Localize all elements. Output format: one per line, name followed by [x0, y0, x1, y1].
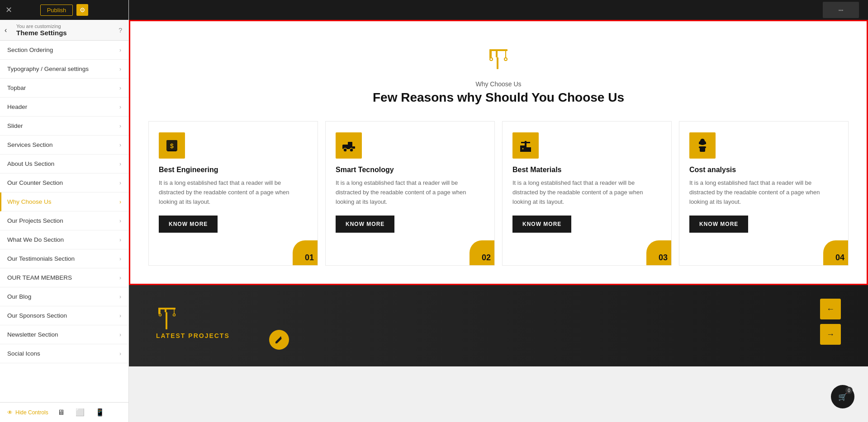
sidebar-item-our-projects-section[interactable]: Our Projects Section› [0, 211, 128, 230]
choose-us-header: Why Choose Us Few Reasons why Should You… [148, 44, 849, 105]
chevron-right-icon: › [119, 256, 121, 262]
theme-settings-title: Theme Settings [16, 29, 122, 37]
sidebar-item-our-testimonials-section[interactable]: Our Testimonials Section› [0, 249, 128, 268]
prev-arrow-button[interactable]: ← [820, 299, 841, 319]
card-number: 04 [823, 240, 848, 265]
svg-point-30 [159, 314, 161, 316]
card-body: It is a long established fact that a rea… [689, 178, 838, 206]
sidebar-item-header[interactable]: Header› [0, 98, 128, 117]
chevron-right-icon: › [119, 313, 121, 319]
footer-logo: LATEST PROJECTS [156, 303, 230, 339]
svg-rect-25 [699, 146, 706, 148]
svg-point-31 [173, 314, 175, 316]
sidebar-item-section-ordering[interactable]: Section Ordering› [0, 41, 128, 60]
sidebar-item-social-icons[interactable]: Social Icons› [0, 344, 128, 363]
card-body: It is a long established fact that a rea… [159, 178, 308, 206]
sidebar-item-label: Slider [7, 122, 23, 129]
card-title: Cost analysis [689, 166, 838, 174]
cards-row: $ Best Engineering It is a long establis… [148, 121, 849, 266]
hide-controls-button[interactable]: 👁 Hide Controls [7, 409, 48, 416]
edit-bubble[interactable] [269, 330, 289, 350]
tablet-view-button[interactable]: ⬜ [74, 406, 86, 418]
chevron-right-icon: › [119, 142, 121, 148]
sidebar-item-about-us-section[interactable]: About Us Section› [0, 155, 128, 173]
svg-rect-2 [496, 49, 498, 57]
desktop-view-button[interactable]: 🖥 [56, 407, 66, 418]
chevron-right-icon: › [119, 332, 121, 338]
svg-point-23 [700, 139, 705, 143]
card-title: Best Engineering [159, 166, 308, 174]
bottom-controls: 👁 Hide Controls 🖥 ⬜ 📱 [0, 402, 128, 422]
nav-arrows: ← → [820, 299, 841, 345]
sidebar-item-why-choose-us[interactable]: Why Choose Us› [0, 192, 128, 211]
svg-rect-19 [521, 142, 530, 143]
sidebar-item-slider[interactable]: Slider› [0, 117, 128, 136]
sidebar-item-label: Our Projects Section [7, 217, 63, 224]
sidebar-item-label: Newsletter Section [7, 331, 58, 338]
chevron-right-icon: › [119, 85, 121, 91]
close-button[interactable]: ✕ [5, 5, 12, 15]
choose-us-section: Why Choose Us Few Reasons why Should You… [129, 20, 868, 285]
help-button[interactable]: ? [119, 27, 122, 34]
sidebar-item-newsletter-section[interactable]: Newsletter Section› [0, 325, 128, 344]
feature-card-3: Best Materials It is a long established … [502, 121, 672, 266]
sidebar-item-our-sponsors-section[interactable]: Our Sponsors Section› [0, 306, 128, 325]
eye-icon: 👁 [7, 409, 13, 416]
svg-rect-15 [352, 146, 355, 149]
svg-point-14 [350, 148, 353, 152]
next-arrow-button[interactable]: → [820, 324, 841, 345]
publish-button[interactable]: Publish [40, 5, 73, 16]
svg-rect-17 [526, 147, 531, 152]
cart-icon: 🛒 [838, 393, 847, 401]
crane-icon [148, 44, 849, 76]
know-more-button[interactable]: KNOW MORE [512, 216, 571, 233]
gear-button[interactable]: ⚙ [76, 4, 88, 16]
gear-icon: ⚙ [80, 6, 85, 14]
sidebar-item-our-blog[interactable]: Our Blog› [0, 287, 128, 306]
cart-bubble[interactable]: 🛒 0 [831, 385, 854, 408]
sidebar-item-label: Services Section [7, 141, 53, 148]
sidebar-item-label: Social Icons [7, 350, 40, 357]
know-more-button[interactable]: KNOW MORE [159, 216, 218, 233]
svg-point-4 [490, 58, 493, 61]
sidebar-item-label: Our Counter Section [7, 179, 63, 186]
sidebar-item-topbar[interactable]: Topbar› [0, 79, 128, 98]
back-button[interactable]: ‹ [5, 26, 7, 34]
know-more-button[interactable]: KNOW MORE [689, 216, 748, 233]
chevron-right-icon: › [119, 275, 121, 281]
sidebar-item-our-counter-section[interactable]: Our Counter Section› [0, 173, 128, 192]
know-more-button[interactable]: KNOW MORE [336, 216, 394, 233]
sidebar: ✕ Publish ⚙ ‹ You are customizing Theme … [0, 0, 129, 422]
chevron-right-icon: › [119, 351, 121, 357]
sidebar-item-what-we-do-section[interactable]: What We Do Section› [0, 230, 128, 249]
sidebar-item-label: Why Choose Us [7, 198, 52, 205]
preview-area: Why Choose Us Few Reasons why Should You… [129, 20, 868, 422]
svg-rect-0 [497, 57, 498, 69]
sidebar-item-typography[interactable]: Typography / General settings› [0, 60, 128, 79]
card-title: Smart Tecnology [336, 166, 484, 174]
footer-section: LATEST PROJECTS ← → [129, 285, 868, 366]
customizing-label: You are customizing [16, 23, 122, 29]
chevron-right-icon: › [119, 104, 121, 110]
customizing-bar: ‹ You are customizing Theme Settings ? [0, 20, 128, 41]
feature-card-1: $ Best Engineering It is a long establis… [148, 121, 318, 266]
svg-rect-28 [165, 308, 166, 312]
sidebar-item-label: Header [7, 103, 27, 110]
card-number: 02 [470, 240, 494, 265]
card-icon-box [336, 132, 362, 159]
sidebar-item-our-team-members[interactable]: OUR TEAM MEMBERS› [0, 268, 128, 287]
svg-point-5 [504, 58, 507, 61]
sidebar-item-label: OUR TEAM MEMBERS [7, 274, 72, 281]
sidebar-item-label: Section Ordering [7, 47, 53, 53]
svg-point-13 [343, 148, 347, 152]
sidebar-item-services-section[interactable]: Services Section› [0, 136, 128, 155]
card-icon-box [689, 132, 716, 159]
svg-rect-1 [489, 49, 508, 51]
mobile-view-button[interactable]: 📱 [94, 406, 106, 418]
chevron-right-icon: › [119, 161, 121, 167]
sidebar-item-label: Topbar [7, 84, 26, 91]
footer-logo-text: LATEST PROJECTS [156, 332, 230, 339]
card-number: 03 [646, 240, 671, 265]
chevron-right-icon: › [119, 123, 121, 129]
sidebar-item-label: What We Do Section [7, 236, 64, 243]
